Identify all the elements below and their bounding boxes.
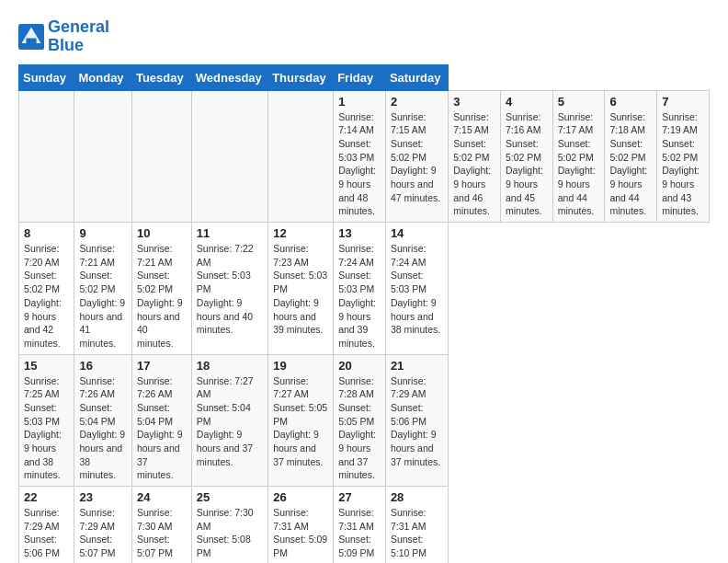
calendar-table: SundayMondayTuesdayWednesdayThursdayFrid… bbox=[18, 64, 710, 563]
calendar-week-1: 1 Sunrise: 7:14 AM Sunset: 5:03 PM Dayli… bbox=[19, 90, 710, 223]
svg-rect-2 bbox=[26, 38, 36, 43]
day-number: 19 bbox=[273, 359, 328, 373]
day-number: 11 bbox=[197, 226, 263, 240]
day-number: 3 bbox=[453, 95, 495, 109]
calendar-week-2: 8 Sunrise: 7:20 AM Sunset: 5:02 PM Dayli… bbox=[19, 223, 710, 355]
day-info: Sunrise: 7:31 AM Sunset: 5:09 PM Dayligh… bbox=[338, 506, 381, 563]
calendar-cell: 24 Sunrise: 7:30 AM Sunset: 5:07 PM Dayl… bbox=[131, 487, 191, 563]
day-info: Sunrise: 7:30 AM Sunset: 5:07 PM Dayligh… bbox=[137, 506, 187, 563]
dow-header-sunday: Sunday bbox=[19, 64, 74, 90]
calendar-cell bbox=[191, 90, 267, 223]
day-info: Sunrise: 7:29 AM Sunset: 5:06 PM Dayligh… bbox=[24, 506, 69, 563]
day-number: 22 bbox=[24, 490, 69, 504]
day-number: 17 bbox=[137, 359, 187, 373]
day-info: Sunrise: 7:27 AM Sunset: 5:05 PM Dayligh… bbox=[273, 374, 328, 469]
dow-header-monday: Monday bbox=[74, 64, 131, 90]
day-info: Sunrise: 7:26 AM Sunset: 5:04 PM Dayligh… bbox=[79, 374, 126, 483]
day-info: Sunrise: 7:21 AM Sunset: 5:02 PM Dayligh… bbox=[137, 242, 187, 350]
logo-text: General Blue bbox=[48, 18, 109, 55]
day-info: Sunrise: 7:31 AM Sunset: 5:10 PM Dayligh… bbox=[391, 506, 443, 563]
calendar-cell: 6 Sunrise: 7:18 AM Sunset: 5:02 PM Dayli… bbox=[605, 90, 657, 223]
calendar-cell: 10 Sunrise: 7:21 AM Sunset: 5:02 PM Dayl… bbox=[131, 223, 191, 355]
calendar-cell: 4 Sunrise: 7:16 AM Sunset: 5:02 PM Dayli… bbox=[501, 90, 553, 223]
day-number: 16 bbox=[79, 359, 126, 373]
day-info: Sunrise: 7:27 AM Sunset: 5:04 PM Dayligh… bbox=[197, 374, 263, 469]
day-number: 28 bbox=[391, 490, 443, 504]
day-info: Sunrise: 7:29 AM Sunset: 5:06 PM Dayligh… bbox=[391, 374, 443, 469]
day-info: Sunrise: 7:20 AM Sunset: 5:02 PM Dayligh… bbox=[24, 242, 69, 350]
day-number: 23 bbox=[79, 490, 126, 504]
calendar-cell: 2 Sunrise: 7:15 AM Sunset: 5:02 PM Dayli… bbox=[385, 90, 448, 223]
day-number: 8 bbox=[24, 226, 69, 240]
day-number: 5 bbox=[558, 95, 600, 109]
day-number: 25 bbox=[197, 490, 263, 504]
calendar-cell bbox=[131, 90, 191, 223]
day-number: 4 bbox=[506, 95, 548, 109]
calendar-cell: 9 Sunrise: 7:21 AM Sunset: 5:02 PM Dayli… bbox=[74, 223, 131, 355]
day-info: Sunrise: 7:21 AM Sunset: 5:02 PM Dayligh… bbox=[79, 242, 126, 350]
day-info: Sunrise: 7:30 AM Sunset: 5:08 PM Dayligh… bbox=[197, 506, 263, 563]
calendar-week-4: 22 Sunrise: 7:29 AM Sunset: 5:06 PM Dayl… bbox=[19, 487, 710, 563]
page-header: General Blue bbox=[18, 18, 710, 55]
day-info: Sunrise: 7:26 AM Sunset: 5:04 PM Dayligh… bbox=[137, 374, 187, 483]
calendar-cell: 7 Sunrise: 7:19 AM Sunset: 5:02 PM Dayli… bbox=[657, 90, 710, 223]
dow-header-thursday: Thursday bbox=[268, 64, 334, 90]
day-info: Sunrise: 7:18 AM Sunset: 5:02 PM Dayligh… bbox=[609, 110, 652, 219]
day-number: 27 bbox=[338, 490, 381, 504]
calendar-cell: 11 Sunrise: 7:22 AM Sunset: 5:03 PM Dayl… bbox=[191, 223, 267, 355]
calendar-cell bbox=[19, 90, 74, 223]
calendar-cell: 28 Sunrise: 7:31 AM Sunset: 5:10 PM Dayl… bbox=[385, 487, 448, 563]
day-number: 13 bbox=[338, 226, 381, 240]
day-info: Sunrise: 7:19 AM Sunset: 5:02 PM Dayligh… bbox=[662, 110, 704, 219]
calendar-cell: 20 Sunrise: 7:28 AM Sunset: 5:05 PM Dayl… bbox=[334, 354, 386, 487]
calendar-cell: 17 Sunrise: 7:26 AM Sunset: 5:04 PM Dayl… bbox=[131, 354, 191, 487]
calendar-cell: 21 Sunrise: 7:29 AM Sunset: 5:06 PM Dayl… bbox=[385, 354, 448, 487]
day-info: Sunrise: 7:24 AM Sunset: 5:03 PM Dayligh… bbox=[391, 242, 443, 337]
calendar-cell: 27 Sunrise: 7:31 AM Sunset: 5:09 PM Dayl… bbox=[334, 487, 386, 563]
logo-icon bbox=[18, 24, 44, 50]
day-info: Sunrise: 7:24 AM Sunset: 5:03 PM Dayligh… bbox=[338, 242, 381, 350]
calendar-cell: 1 Sunrise: 7:14 AM Sunset: 5:03 PM Dayli… bbox=[334, 90, 386, 223]
calendar-cell: 14 Sunrise: 7:24 AM Sunset: 5:03 PM Dayl… bbox=[385, 223, 448, 355]
logo: General Blue bbox=[18, 18, 109, 55]
day-number: 2 bbox=[391, 95, 443, 109]
day-info: Sunrise: 7:25 AM Sunset: 5:03 PM Dayligh… bbox=[24, 374, 69, 483]
day-number: 21 bbox=[391, 359, 443, 373]
calendar-cell: 13 Sunrise: 7:24 AM Sunset: 5:03 PM Dayl… bbox=[334, 223, 386, 355]
day-info: Sunrise: 7:16 AM Sunset: 5:02 PM Dayligh… bbox=[506, 110, 548, 219]
day-info: Sunrise: 7:15 AM Sunset: 5:02 PM Dayligh… bbox=[391, 110, 443, 205]
calendar-cell bbox=[268, 90, 334, 223]
day-number: 7 bbox=[662, 95, 704, 109]
calendar-cell: 18 Sunrise: 7:27 AM Sunset: 5:04 PM Dayl… bbox=[191, 354, 267, 487]
day-number: 6 bbox=[609, 95, 652, 109]
day-number: 15 bbox=[24, 359, 69, 373]
dow-header-friday: Friday bbox=[334, 64, 386, 90]
day-info: Sunrise: 7:14 AM Sunset: 5:03 PM Dayligh… bbox=[338, 110, 381, 219]
day-number: 14 bbox=[391, 226, 443, 240]
day-info: Sunrise: 7:22 AM Sunset: 5:03 PM Dayligh… bbox=[197, 242, 263, 337]
calendar-cell: 15 Sunrise: 7:25 AM Sunset: 5:03 PM Dayl… bbox=[19, 354, 74, 487]
day-number: 18 bbox=[197, 359, 263, 373]
calendar-week-3: 15 Sunrise: 7:25 AM Sunset: 5:03 PM Dayl… bbox=[19, 354, 710, 487]
calendar-cell: 12 Sunrise: 7:23 AM Sunset: 5:03 PM Dayl… bbox=[268, 223, 334, 355]
day-info: Sunrise: 7:17 AM Sunset: 5:02 PM Dayligh… bbox=[558, 110, 600, 219]
day-number: 12 bbox=[273, 226, 328, 240]
day-number: 26 bbox=[273, 490, 328, 504]
calendar-cell: 3 Sunrise: 7:15 AM Sunset: 5:02 PM Dayli… bbox=[449, 90, 501, 223]
day-number: 24 bbox=[137, 490, 187, 504]
calendar-cell: 22 Sunrise: 7:29 AM Sunset: 5:06 PM Dayl… bbox=[19, 487, 74, 563]
day-info: Sunrise: 7:29 AM Sunset: 5:07 PM Dayligh… bbox=[79, 506, 126, 563]
calendar-cell: 8 Sunrise: 7:20 AM Sunset: 5:02 PM Dayli… bbox=[19, 223, 74, 355]
calendar-cell: 19 Sunrise: 7:27 AM Sunset: 5:05 PM Dayl… bbox=[268, 354, 334, 487]
day-info: Sunrise: 7:23 AM Sunset: 5:03 PM Dayligh… bbox=[273, 242, 328, 337]
day-info: Sunrise: 7:31 AM Sunset: 5:09 PM Dayligh… bbox=[273, 506, 328, 563]
day-info: Sunrise: 7:28 AM Sunset: 5:05 PM Dayligh… bbox=[338, 374, 381, 483]
day-number: 10 bbox=[137, 226, 187, 240]
calendar-cell: 25 Sunrise: 7:30 AM Sunset: 5:08 PM Dayl… bbox=[191, 487, 267, 563]
calendar-cell: 5 Sunrise: 7:17 AM Sunset: 5:02 PM Dayli… bbox=[552, 90, 605, 223]
dow-header-saturday: Saturday bbox=[385, 64, 448, 90]
day-number: 9 bbox=[79, 226, 126, 240]
day-number: 20 bbox=[338, 359, 381, 373]
dow-header-wednesday: Wednesday bbox=[191, 64, 267, 90]
dow-header-tuesday: Tuesday bbox=[131, 64, 191, 90]
